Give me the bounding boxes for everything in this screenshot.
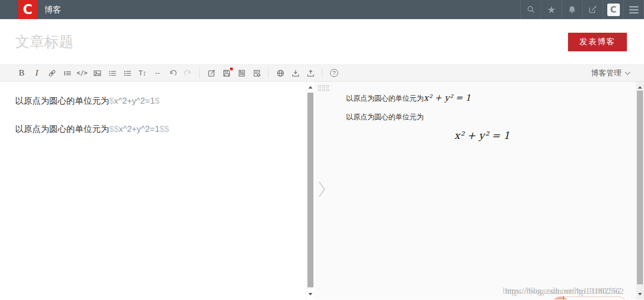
editor-toolbar: B I </> (0, 64, 644, 82)
csdn-blog-editor: C 博客 ★ (0, 0, 644, 300)
bold-icon: B (19, 68, 24, 78)
write-post-button[interactable] (582, 0, 603, 19)
download-icon (291, 69, 300, 78)
save-button[interactable] (219, 66, 234, 80)
upload-icon (306, 69, 315, 78)
scroll-up-arrow[interactable] (306, 84, 314, 91)
page-scrollbar-thumb[interactable] (637, 91, 643, 284)
math-source: x^2+y^2=1 (114, 96, 154, 106)
toolbar-separator (322, 68, 323, 78)
math-delimiter: $ (155, 96, 159, 106)
unordered-list-button[interactable] (120, 66, 135, 80)
editor-scrollbar-thumb[interactable] (307, 93, 313, 287)
search-icon (526, 5, 535, 14)
main-menu-button[interactable] (623, 0, 644, 19)
page-scrollbar[interactable] (636, 82, 644, 299)
document-settings-button[interactable] (249, 66, 264, 80)
watermark-url: https://blog.csdn.net/hp131802562 (505, 286, 624, 296)
unsaved-indicator-dot (230, 67, 233, 70)
heading-button[interactable]: T↕ (135, 66, 150, 80)
publish-blog-button[interactable]: 发表博客 (568, 33, 627, 51)
code-icon: </> (76, 69, 88, 77)
watermark-divider (563, 296, 564, 299)
ordered-list-icon (108, 69, 117, 78)
title-bar: 发表博客 (0, 19, 644, 64)
blog-manage-dropdown[interactable]: 博客管理 (591, 68, 631, 78)
source-line[interactable]: 以原点为圆心的单位元为$x^2+y^2=1$ (15, 95, 301, 107)
heading-icon: T↕ (138, 69, 146, 77)
collapse-preview-button[interactable] (317, 180, 327, 200)
image-button[interactable] (90, 66, 105, 80)
search-button[interactable] (520, 0, 541, 19)
pane-resize-handle[interactable] (318, 85, 329, 91)
preview-paragraph-text: 以原点为圆心的单位元为 (346, 94, 424, 102)
redo-icon (184, 69, 192, 78)
preview-content: 以原点为圆心的单位元为x² + y² = 1 以原点为圆心的单位元为 x² + … (314, 82, 636, 141)
edit-mode-icon (207, 69, 216, 78)
italic-icon: I (35, 68, 38, 78)
math-delimiter: $$ (159, 124, 169, 134)
preview-pane: 以原点为圆心的单位元为x² + y² = 1 以原点为圆心的单位元为 x² + … (314, 82, 636, 299)
markdown-source-editor[interactable]: 以原点为圆心的单位元为$x^2+y^2=1$ 以原点为圆心的单位元为$$x^2+… (0, 82, 306, 299)
document-settings-icon (253, 69, 261, 78)
avatar-letter: C (610, 5, 616, 15)
inline-math: x² + y² = 1 (424, 93, 471, 103)
csdn-logo-letter: C (23, 3, 32, 16)
preview-paragraph: 以原点为圆心的单位元为x² + y² = 1 (346, 93, 618, 103)
link-button[interactable] (44, 66, 59, 80)
globe-icon (276, 69, 285, 78)
ordered-list-button[interactable] (105, 66, 120, 80)
undo-icon (169, 69, 177, 78)
chevron-right-icon (317, 180, 327, 198)
display-math: x² + y² = 1 (346, 129, 618, 141)
toolbar-separator (268, 68, 269, 78)
source-line[interactable]: 以原点为圆心的单位元为$$x^2+y^2=1$$ (15, 123, 301, 135)
blog-manage-label: 博客管理 (591, 68, 621, 78)
undo-button[interactable] (165, 66, 180, 80)
image-icon (93, 69, 102, 78)
help-button[interactable]: ? (327, 66, 342, 80)
preview-paragraph-text: 以原点为圆心的单位元为 (346, 113, 424, 121)
editor-scrollbar[interactable] (306, 82, 314, 299)
csdn-logo[interactable]: C (18, 0, 37, 19)
scroll-down-arrow[interactable] (306, 290, 314, 297)
nav-icon-group: ★ C (520, 0, 644, 19)
help-icon: ? (330, 69, 338, 77)
horizontal-rule-icon: -- (155, 69, 159, 77)
quote-button[interactable] (59, 66, 74, 80)
article-title-input[interactable] (15, 34, 568, 50)
star-icon: ★ (547, 5, 555, 15)
export-button[interactable] (303, 66, 318, 80)
quote-icon (63, 69, 71, 78)
bold-button[interactable]: B (14, 66, 29, 80)
redo-button[interactable] (180, 66, 195, 80)
toolbar-separator (199, 68, 200, 78)
avatar: C (607, 4, 620, 16)
import-button[interactable] (288, 66, 303, 80)
scroll-down-arrow[interactable] (636, 290, 644, 297)
editor-workspace: 以原点为圆心的单位元为$x^2+y^2=1$ 以原点为圆心的单位元为$$x^2+… (0, 82, 644, 299)
source-line-text: 以原点为圆心的单位元为 (15, 96, 109, 106)
nav-brand-blog[interactable]: 博客 (44, 0, 61, 19)
bell-icon (568, 5, 577, 14)
publish-web-button[interactable] (273, 66, 288, 80)
horizontal-rule-button[interactable]: -- (150, 66, 165, 80)
preview-document-icon (237, 69, 246, 78)
menu-icon (629, 6, 638, 14)
notifications-button[interactable] (561, 0, 582, 19)
italic-button[interactable]: I (29, 66, 44, 80)
save-icon (222, 69, 231, 78)
preview-paragraph: 以原点为圆心的单位元为 (346, 112, 618, 122)
favorites-button[interactable]: ★ (541, 0, 561, 19)
chevron-down-icon (624, 71, 631, 76)
scroll-up-arrow[interactable] (636, 84, 644, 91)
math-delimiter: $$ (109, 124, 119, 134)
source-line-text: 以原点为圆心的单位元为 (15, 124, 109, 134)
user-avatar-button[interactable]: C (603, 0, 623, 19)
math-source: x^2+y^2=1 (119, 124, 159, 134)
code-button[interactable]: </> (74, 66, 90, 80)
edit-mode-button[interactable] (204, 66, 219, 80)
preview-document-button[interactable] (234, 66, 249, 80)
navbar: C 博客 ★ (0, 0, 644, 19)
unordered-list-icon (123, 69, 132, 78)
